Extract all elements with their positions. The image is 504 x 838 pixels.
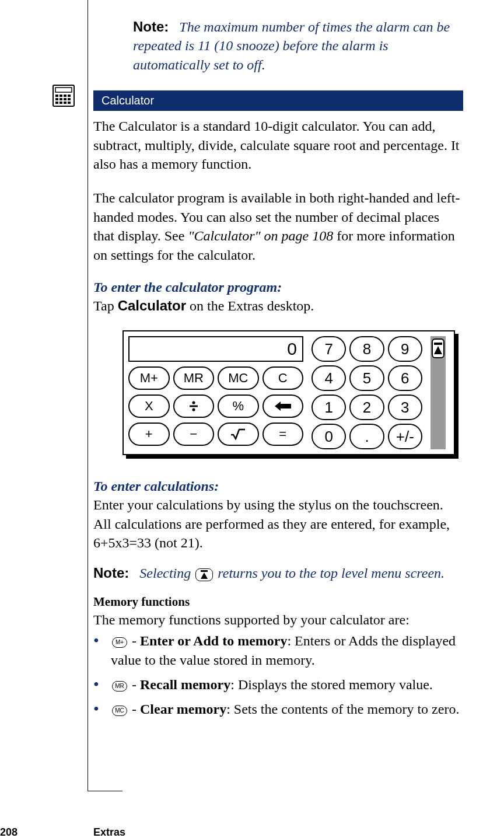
content-rule (88, 0, 88, 791)
calculator-display: 0 (128, 336, 303, 362)
key-m-plus[interactable]: M+ (128, 366, 170, 390)
text-span: on the Extras desktop. (186, 298, 314, 313)
svg-rect-1 (55, 88, 72, 92)
enter-calculations-paragraph: Enter your calculations by using the sty… (93, 495, 463, 552)
svg-marker-21 (201, 572, 208, 579)
svg-rect-10 (55, 102, 58, 104)
text-span: Tap (93, 298, 118, 313)
key-7[interactable]: 7 (312, 336, 346, 362)
memory-functions-heading: Memory functions (93, 595, 463, 609)
note-top-level: Note: Selecting returns you to the top l… (93, 564, 463, 582)
key-sign[interactable]: +/- (388, 424, 422, 449)
note-label: Note: (133, 19, 169, 34)
memory-functions-intro: The memory functions supported by your c… (93, 610, 463, 629)
key-clear[interactable]: C (262, 366, 304, 390)
button-reference: Calculator (118, 298, 186, 313)
key-minus[interactable]: − (173, 423, 215, 446)
note-text: returns you to the top level menu screen… (218, 565, 444, 581)
key-divide[interactable] (173, 394, 215, 418)
key-3[interactable]: 3 (388, 394, 422, 420)
cross-reference: "Calculator" on page 108 (188, 228, 333, 243)
section-calculator-heading: Calculator (93, 90, 463, 111)
key-9[interactable]: 9 (388, 336, 422, 362)
key-2[interactable]: 2 (349, 394, 384, 420)
list-item: • MR - Recall memory: Displays the store… (93, 675, 463, 694)
key-6[interactable]: 6 (388, 365, 422, 391)
scroll-top-button[interactable] (432, 338, 444, 358)
svg-rect-7 (60, 98, 62, 100)
calculator-margin-icon (52, 85, 75, 107)
key-equals[interactable]: = (262, 423, 304, 446)
svg-rect-12 (64, 102, 66, 104)
svg-rect-18 (434, 343, 442, 345)
key-mc[interactable]: MC (218, 366, 259, 390)
svg-marker-19 (434, 346, 442, 354)
svg-rect-3 (60, 95, 62, 97)
subhead-enter-calculations: To enter calculations: (93, 479, 463, 494)
svg-rect-6 (55, 98, 58, 100)
svg-point-16 (192, 408, 195, 411)
term: Enter or Add to memory (140, 633, 287, 648)
key-8[interactable]: 8 (349, 336, 384, 362)
subhead-enter-program: To enter the calculator program: (93, 280, 463, 295)
calculator-body: 0 M+ MR MC C X % (123, 330, 455, 455)
note-text: The maximum number of times the alarm ca… (133, 19, 450, 72)
definition: : Sets the contents of the memory to zer… (226, 701, 459, 717)
svg-rect-5 (68, 95, 71, 97)
memory-functions-list: • M+ - Enter or Add to memory: Enters or… (93, 631, 463, 719)
key-percent[interactable]: % (218, 394, 259, 418)
list-item: • M+ - Enter or Add to memory: Enters or… (93, 631, 463, 669)
definition: : Displays the stored memory value. (230, 677, 433, 692)
note-alarm: Note: The maximum number of times the al… (133, 18, 463, 74)
calculator-intro-paragraph: The Calculator is a standard 10-digit ca… (93, 117, 463, 173)
svg-rect-15 (190, 406, 198, 407)
key-4[interactable]: 4 (312, 365, 346, 391)
svg-marker-17 (275, 401, 291, 411)
svg-point-14 (192, 401, 195, 404)
svg-rect-11 (60, 102, 62, 104)
key-decimal[interactable]: . (349, 424, 384, 449)
key-5[interactable]: 5 (349, 365, 384, 391)
instruction-enter-program: Tap Calculator on the Extras desktop. (93, 296, 463, 315)
key-mr[interactable]: MR (173, 366, 215, 390)
note-text: Selecting (139, 565, 194, 581)
svg-rect-8 (64, 98, 66, 100)
calculator-scrollbar[interactable] (430, 336, 446, 449)
key-backspace[interactable] (262, 394, 304, 418)
calculator-figure: 0 M+ MR MC C X % (123, 330, 455, 455)
key-multiply[interactable]: X (128, 394, 170, 418)
svg-rect-4 (64, 95, 66, 97)
calculator-modes-paragraph: The calculator program is available in b… (93, 188, 463, 264)
bullet-icon: • (93, 675, 111, 693)
footer-section: Extras (93, 826, 125, 838)
svg-rect-20 (201, 570, 208, 572)
svg-rect-13 (68, 102, 71, 104)
svg-rect-2 (55, 95, 58, 97)
list-item: • MC - Clear memory: Sets the contents o… (93, 700, 463, 718)
calculator-left-panel: 0 M+ MR MC C X % (128, 336, 303, 449)
mr-icon: MR (112, 681, 127, 692)
key-plus[interactable]: + (128, 423, 170, 446)
calculator-numpad: 7 8 9 4 5 6 1 2 3 0 . +/- (312, 336, 422, 449)
term: Clear memory (140, 701, 226, 717)
key-1[interactable]: 1 (312, 394, 346, 420)
page-number: 208 (0, 826, 18, 838)
bullet-icon: • (93, 631, 111, 649)
note-label: Note: (93, 565, 129, 581)
svg-rect-9 (68, 98, 71, 100)
key-0[interactable]: 0 (312, 424, 346, 449)
key-sqrt[interactable] (218, 423, 259, 446)
m-plus-icon: M+ (112, 637, 127, 648)
bullet-icon: • (93, 700, 111, 717)
term: Recall memory (140, 677, 230, 692)
mc-icon: MC (112, 706, 127, 716)
top-level-icon (195, 568, 213, 581)
